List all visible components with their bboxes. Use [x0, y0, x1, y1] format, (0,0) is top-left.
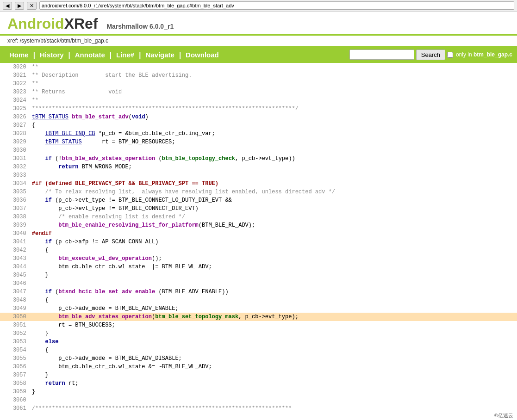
line-number[interactable]: 3028 — [0, 130, 30, 138]
table-row: 3033 — [0, 171, 517, 179]
nav-annotate[interactable]: Annotate — [70, 47, 110, 62]
line-number[interactable]: 3041 — [0, 238, 30, 246]
code-line: ** Description start the BLE advertising… — [30, 71, 517, 80]
line-number[interactable]: 3038 — [0, 213, 30, 221]
table-row: 3053 else — [0, 338, 517, 346]
line-number[interactable]: 3061 — [0, 404, 30, 413]
table-row: 3021** Description start the BLE adverti… — [0, 71, 517, 80]
table-row: 3052 } — [0, 329, 517, 338]
line-number[interactable]: 3044 — [0, 263, 30, 271]
table-row: 3046 — [0, 279, 517, 288]
line-number[interactable]: 3031 — [0, 154, 30, 163]
line-number[interactable]: 3053 — [0, 338, 30, 346]
table-row: 3059} — [0, 388, 517, 396]
code-line: if (!btm_ble_adv_states_operation (btm_b… — [30, 154, 517, 163]
line-number[interactable]: 3059 — [0, 388, 30, 396]
line-number[interactable]: 3047 — [0, 288, 30, 296]
only-in-checkbox[interactable] — [447, 52, 453, 58]
logo-android: Android — [7, 15, 64, 32]
code-line: { — [30, 346, 517, 354]
title-bar: ◀ ▶ ✕ — [0, 0, 517, 12]
code-line: else — [30, 338, 517, 346]
line-number[interactable]: 3057 — [0, 371, 30, 379]
line-number[interactable]: 3022 — [0, 80, 30, 88]
code-line: p_cb->adv_mode = BTM_BLE_ADV_DISABLE; — [30, 354, 517, 363]
line-number[interactable]: 3048 — [0, 296, 30, 304]
nav-home[interactable]: Home — [5, 47, 33, 62]
table-row: 3024** — [0, 96, 517, 105]
line-number[interactable]: 3052 — [0, 329, 30, 338]
line-number[interactable]: 3039 — [0, 221, 30, 229]
table-row: 3040#endif — [0, 229, 517, 238]
code-line — [30, 396, 517, 404]
code-line — [30, 279, 517, 288]
code-line: } — [30, 271, 517, 279]
line-number[interactable]: 3021 — [0, 71, 30, 80]
nav-history[interactable]: History — [35, 47, 69, 62]
line-number[interactable]: 3035 — [0, 188, 30, 196]
table-row: 3054 { — [0, 346, 517, 354]
line-number[interactable]: 3051 — [0, 321, 30, 329]
line-number[interactable]: 3050 — [0, 313, 30, 321]
nav-lineno[interactable]: Line# — [112, 47, 139, 62]
logo-xref: XRef — [64, 15, 98, 32]
line-number[interactable]: 3055 — [0, 354, 30, 363]
code-line: btm_cb.ble_ctr_cb.wl_state |= BTM_BLE_WL… — [30, 263, 517, 271]
code-line: tBTM_BLE_INQ_CB *p_cb = &btm_cb.ble_ctr_… — [30, 130, 517, 138]
code-line: /***************************************… — [30, 404, 517, 413]
table-row: 3025************************************… — [0, 105, 517, 113]
nav-download[interactable]: Download — [181, 47, 224, 62]
line-number[interactable]: 3043 — [0, 254, 30, 263]
table-row: 3031 if (!btm_ble_adv_states_operation (… — [0, 154, 517, 163]
line-number[interactable]: 3054 — [0, 346, 30, 354]
line-number[interactable]: 3029 — [0, 138, 30, 146]
code-line: ** — [30, 96, 517, 105]
logo-version: Marshmallow 6.0.0_r1 — [106, 23, 174, 30]
line-number[interactable]: 3025 — [0, 105, 30, 113]
code-line: p_cb->evt_type != BTM_BLE_CONNECT_DIR_EV… — [30, 204, 517, 213]
logo-bar: AndroidXRef Marshmallow 6.0.0_r1 — [0, 12, 517, 36]
line-number[interactable]: 3033 — [0, 171, 30, 179]
code-line: ** Returns void — [30, 88, 517, 96]
line-number[interactable]: 3049 — [0, 304, 30, 313]
code-line: { — [30, 246, 517, 254]
table-row: 3061/***********************************… — [0, 404, 517, 413]
url-bar[interactable] — [39, 1, 514, 10]
line-number[interactable]: 3030 — [0, 146, 30, 154]
line-number[interactable]: 3056 — [0, 363, 30, 371]
code-line: } — [30, 388, 517, 396]
forward-button[interactable]: ▶ — [15, 2, 24, 10]
line-number[interactable]: 3042 — [0, 246, 30, 254]
line-number[interactable]: 3026 — [0, 113, 30, 121]
line-number[interactable]: 3060 — [0, 396, 30, 404]
table-row: 3056 btm_cb.ble_ctr_cb.wl_state &= ~BTM_… — [0, 363, 517, 371]
only-in-filename: btm_ble_gap.c — [473, 51, 512, 58]
search-input[interactable] — [349, 49, 414, 60]
line-number[interactable]: 3045 — [0, 271, 30, 279]
line-number[interactable]: 3024 — [0, 96, 30, 105]
code-line: if (btsnd_hcic_ble_set_adv_enable (BTM_B… — [30, 288, 517, 296]
line-number[interactable]: 3058 — [0, 379, 30, 388]
table-row: 3023** Returns void — [0, 88, 517, 96]
table-row: 3057 } — [0, 371, 517, 379]
table-row: 3044 btm_cb.ble_ctr_cb.wl_state |= BTM_B… — [0, 263, 517, 271]
code-line: /* enable resolving list is desired */ — [30, 213, 517, 221]
table-row: 3048 { — [0, 296, 517, 304]
line-number[interactable]: 3046 — [0, 279, 30, 288]
line-number[interactable]: 3034 — [0, 179, 30, 188]
line-number[interactable]: 3036 — [0, 196, 30, 204]
code-line: return BTM_WRONG_MODE; — [30, 163, 517, 171]
line-number[interactable]: 3037 — [0, 204, 30, 213]
line-number[interactable]: 3023 — [0, 88, 30, 96]
line-number[interactable]: 3027 — [0, 121, 30, 130]
search-button[interactable]: Search — [416, 49, 445, 60]
nav-navigate[interactable]: Navigate — [141, 47, 179, 62]
back-button[interactable]: ◀ — [3, 2, 12, 10]
code-line — [30, 146, 517, 154]
table-row: 3029 tBTM_STATUS rt = BTM_NO_RESOURCES; — [0, 138, 517, 146]
line-number[interactable]: 3032 — [0, 163, 30, 171]
close-button[interactable]: ✕ — [27, 2, 37, 10]
line-number[interactable]: 3020 — [0, 63, 30, 71]
code-line: return rt; — [30, 379, 517, 388]
line-number[interactable]: 3040 — [0, 229, 30, 238]
